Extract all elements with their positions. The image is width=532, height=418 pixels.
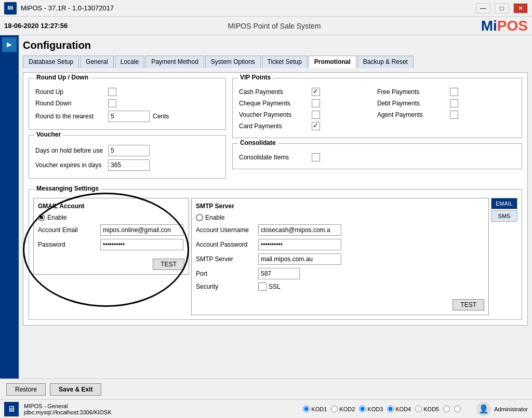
debt-payments-label: Debt Payments	[377, 100, 450, 107]
smtp-password-input[interactable]	[258, 239, 341, 250]
smtp-security-label: Security	[196, 283, 258, 290]
restore-button[interactable]: Restore	[6, 383, 46, 396]
tab-general[interactable]: General	[80, 56, 114, 68]
gmail-password-input[interactable]	[100, 239, 183, 250]
kod1-item: KOD1	[303, 406, 327, 412]
kod4-radio[interactable]	[387, 406, 394, 412]
footer-bar: Restore Save & Exit	[0, 379, 532, 399]
kod5-item: KOD5	[415, 406, 439, 412]
email-sms-tabs: EMAIL SMS	[491, 198, 517, 222]
smtp-password-row: Account Password	[196, 239, 484, 250]
expires-days-row: Voucher expires in days	[35, 159, 219, 171]
round-up-checkbox[interactable]	[108, 88, 116, 96]
close-button[interactable]: ✕	[513, 3, 528, 14]
app-logo: Mi	[4, 2, 17, 15]
smtp-test-button[interactable]: TEST	[453, 299, 484, 311]
gmail-enable-row: Enable	[38, 214, 184, 221]
smtp-server-input[interactable]	[258, 253, 341, 265]
kod2-radio[interactable]	[331, 406, 338, 412]
extra-radio-1[interactable]	[443, 406, 450, 412]
title-bar: Mi MiPOS - 37.1R - 1.0-13072017 — □ ✕	[0, 0, 532, 17]
card-payments-checkbox[interactable]	[312, 122, 320, 130]
cash-payments-checkbox[interactable]	[312, 88, 320, 96]
kod1-radio[interactable]	[303, 406, 310, 412]
expires-days-input[interactable]	[108, 159, 150, 171]
debt-payments-checkbox[interactable]	[450, 99, 458, 107]
kod3-item: KOD3	[359, 406, 383, 412]
round-nearest-row: Round to the nearest Cents	[35, 111, 219, 122]
smtp-server-row: SMTP Server	[196, 253, 484, 265]
smtp-enable-row: Enable	[196, 214, 484, 221]
menu-bar: 18-06-2020 12:27:56 MIPOS Point of Sale …	[0, 17, 532, 35]
tab-payment-method[interactable]: Payment Method	[145, 56, 204, 68]
tab-ticket-setup[interactable]: Ticket Setup	[262, 56, 308, 68]
email-tab[interactable]: EMAIL	[491, 198, 517, 209]
vip-right: Free Payments Debt Payments Agent Paymen…	[377, 88, 515, 133]
gmail-box: GMAIL Account Enable Account Email Passw…	[33, 198, 189, 275]
gmail-email-row: Account Email	[38, 224, 184, 236]
gmail-container: GMAIL Account Enable Account Email Passw…	[33, 198, 189, 275]
cheque-payments-checkbox[interactable]	[312, 99, 320, 107]
gmail-test-container: TEST	[38, 254, 184, 270]
config-title: Configuration	[23, 39, 528, 51]
consolidate-group: Consolidate Consolidate Items	[232, 143, 522, 169]
gmail-email-input[interactable]	[100, 224, 183, 236]
days-hold-row: Days on hold before use	[35, 145, 219, 156]
maximize-button[interactable]: □	[495, 3, 509, 14]
smtp-server-label: SMTP Server	[196, 255, 258, 263]
gmail-enable-radio[interactable]	[38, 214, 45, 221]
agent-payments-row: Agent Payments	[377, 111, 515, 119]
voucher-payments-row: Voucher Payments	[239, 111, 377, 119]
smtp-box: SMTP Server Enable Account Username Acco…	[191, 198, 489, 315]
round-nearest-input[interactable]	[108, 111, 150, 122]
main-content: Configuration Database Setup General Loc…	[19, 35, 532, 379]
config-tabs: Database Setup General Locale Payment Me…	[23, 56, 528, 68]
round-down-checkbox[interactable]	[108, 99, 116, 107]
vip-left: Cash Payments Cheque Payments Voucher Pa…	[239, 88, 377, 133]
consolidate-items-checkbox[interactable]	[312, 153, 320, 161]
tab-system-options[interactable]: System Options	[205, 56, 261, 68]
gmail-title: GMAIL Account	[38, 203, 184, 210]
round-up-down-group: Round Up / Down Round Up Round Down Roun…	[29, 78, 226, 130]
kod5-radio[interactable]	[415, 406, 422, 412]
save-exit-button[interactable]: Save & Exit	[50, 383, 101, 396]
card-payments-row: Card Payments	[239, 122, 377, 130]
tab-backup-reset[interactable]: Backup & Reset	[357, 56, 414, 68]
vip-points-group: VIP Points Cash Payments Cheque Payments	[232, 78, 522, 138]
kod2-item: KOD2	[331, 406, 355, 412]
smtp-username-input[interactable]	[258, 224, 341, 236]
app-body: ► Configuration Database Setup General L…	[0, 35, 532, 379]
smtp-ssl-label: SSL	[269, 283, 281, 290]
smtp-port-input[interactable]	[258, 268, 300, 279]
smtp-enable-radio[interactable]	[196, 214, 203, 221]
tab-locale[interactable]: Locale	[115, 56, 144, 68]
round-up-row: Round Up	[35, 88, 219, 96]
status-connection: jdbc:mysql://localhost:3306/KIOSK	[24, 409, 112, 415]
cheque-payments-row: Cheque Payments	[239, 99, 377, 107]
cash-payments-label: Cash Payments	[239, 88, 312, 96]
minimize-button[interactable]: —	[476, 3, 490, 14]
round-down-label: Round Down	[35, 100, 108, 107]
content-area: Round Up / Down Round Up Round Down Roun…	[23, 72, 528, 326]
smtp-ssl-checkbox[interactable]	[258, 282, 267, 291]
smtp-username-row: Account Username	[196, 224, 484, 236]
tab-promotional[interactable]: Promotional	[309, 56, 356, 68]
extra-radio-2[interactable]	[454, 406, 461, 412]
vip-points-content: Cash Payments Cheque Payments Voucher Pa…	[239, 88, 515, 133]
sms-tab[interactable]: SMS	[491, 210, 517, 222]
free-payments-checkbox[interactable]	[450, 88, 458, 96]
agent-payments-checkbox[interactable]	[450, 111, 458, 119]
gmail-password-label: Password	[38, 241, 100, 248]
round-nearest-unit: Cents	[153, 113, 169, 120]
sidebar-main-button[interactable]: ►	[2, 37, 17, 52]
days-hold-input[interactable]	[108, 145, 150, 156]
gmail-test-button[interactable]: TEST	[153, 259, 184, 270]
smtp-username-label: Account Username	[196, 226, 258, 234]
kod3-radio[interactable]	[359, 406, 366, 412]
voucher-payments-checkbox[interactable]	[312, 111, 320, 119]
admin-section: 👤 Administrator	[476, 402, 528, 416]
kod5-label: KOD5	[423, 406, 439, 412]
gmail-password-row: Password	[38, 239, 184, 250]
kod-group: KOD1 KOD2 KOD3 KOD4 KOD5	[303, 406, 461, 412]
tab-database-setup[interactable]: Database Setup	[23, 56, 79, 68]
